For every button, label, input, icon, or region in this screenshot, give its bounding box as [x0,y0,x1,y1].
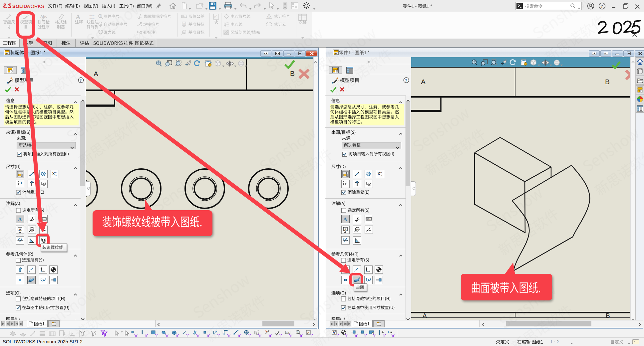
svg-text:?: ? [601,4,603,9]
